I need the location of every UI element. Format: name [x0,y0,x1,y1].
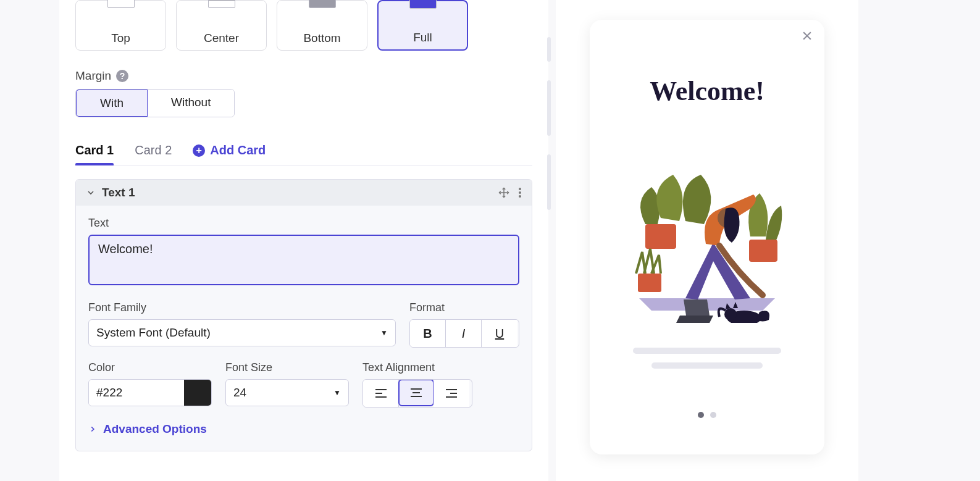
plus-icon: + [193,144,205,157]
margin-with[interactable]: With [75,89,148,117]
text-input[interactable] [88,235,519,285]
chevron-down-icon [86,188,96,198]
svg-point-2 [519,188,521,190]
font-family-select[interactable]: System Font (Default) ▼ [88,319,396,346]
tab-card-2[interactable]: Card 2 [135,143,172,165]
thumb-full [409,0,437,9]
pagination-dots [698,412,716,418]
align-left-button[interactable] [363,380,399,407]
divider-notch [547,154,551,210]
format-col: Format B I U [409,301,519,348]
position-full[interactable]: Full [377,0,468,51]
thumb-bottom [309,0,336,8]
editor-panel: Top Center Bottom Full Margin ? With Wit… [59,0,548,481]
help-icon[interactable]: ? [116,70,128,82]
placeholder-line [633,348,781,354]
svg-point-3 [519,191,521,194]
svg-rect-19 [638,274,661,292]
alignment-group [362,379,472,408]
underline-button[interactable]: U [482,320,517,347]
dot-2[interactable] [710,412,716,418]
caret-down-icon: ▼ [333,388,341,397]
dot-1[interactable] [698,412,704,418]
font-family-col: Font Family System Font (Default) ▼ [88,301,396,348]
svg-point-4 [519,195,521,198]
svg-marker-21 [676,316,713,323]
position-center-label: Center [204,31,239,45]
divider-notch [547,37,551,62]
move-icon[interactable] [498,187,509,198]
margin-label-text: Margin [75,69,111,83]
thumb-center [208,0,235,8]
font-size-value: 24 [233,386,246,399]
color-input[interactable]: #222 [88,379,212,406]
divider-notch [547,80,551,136]
position-bottom-label: Bottom [303,31,340,45]
bold-button[interactable]: B [410,320,446,347]
position-top[interactable]: Top [75,0,166,51]
alignment-col: Text Alignment [362,361,472,408]
caret-down-icon: ▼ [380,328,388,337]
preview-title: Welcome! [650,75,764,107]
position-full-label: Full [413,31,432,44]
position-options: Top Center Bottom Full [75,0,532,51]
text-block-body: Text Font Family System Font (Default) ▼… [76,206,532,451]
italic-button[interactable]: I [446,320,482,347]
color-value: #222 [89,380,184,406]
color-swatch[interactable] [184,380,211,406]
advanced-options-link[interactable]: Advanced Options [88,422,519,436]
color-col: Color #222 [88,361,212,408]
close-icon[interactable] [801,30,813,42]
preview-illustration [627,150,787,323]
svg-point-24 [724,308,737,320]
format-label: Format [409,301,519,314]
text-block: Text 1 Text Font Family System Font (Def… [75,179,532,451]
tab-card-1[interactable]: Card 1 [75,143,114,165]
thumb-top [107,0,135,8]
font-size-label: Font Size [225,361,349,374]
text-field-label: Text [88,217,519,230]
margin-segment: With Without [75,89,235,117]
more-icon[interactable] [518,187,522,198]
svg-marker-22 [684,299,710,316]
svg-rect-18 [749,240,777,262]
add-card-button[interactable]: + Add Card [193,143,266,165]
font-size-col: Font Size 24 ▼ [225,361,349,408]
color-label: Color [88,361,212,374]
position-center[interactable]: Center [176,0,267,51]
align-center-button[interactable] [398,379,434,406]
advanced-options-label: Advanced Options [103,422,207,436]
svg-rect-17 [645,224,676,249]
preview-area: Welcome! [556,0,858,481]
align-right-button[interactable] [433,380,469,407]
chevron-right-icon [88,425,97,433]
font-size-select[interactable]: 24 ▼ [225,379,349,406]
add-card-label: Add Card [210,143,266,157]
margin-without[interactable]: Without [148,90,234,117]
card-tabs: Card 1 Card 2 + Add Card [75,143,532,165]
font-family-label: Font Family [88,301,396,314]
text-block-header[interactable]: Text 1 [76,180,532,206]
format-group: B I U [409,319,519,348]
position-bottom[interactable]: Bottom [277,0,367,51]
text-block-title: Text 1 [102,186,135,199]
position-top-label: Top [111,31,130,45]
font-family-value: System Font (Default) [96,326,211,340]
placeholder-line [651,362,763,369]
margin-label: Margin ? [75,69,532,83]
preview-card: Welcome! [590,20,824,454]
alignment-label: Text Alignment [362,361,472,374]
